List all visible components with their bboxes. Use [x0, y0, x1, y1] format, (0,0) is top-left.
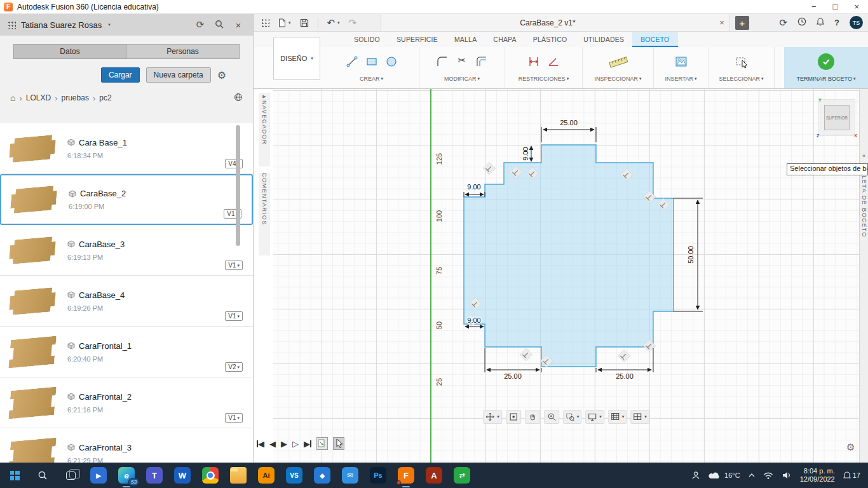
- canvas-settings-gear-icon[interactable]: ⚙: [846, 442, 855, 453]
- rectangle-tool-icon[interactable]: [365, 55, 379, 69]
- viewports-button[interactable]: ▾: [630, 410, 649, 424]
- tab-datos[interactable]: Datos: [13, 44, 126, 59]
- close-panel-icon[interactable]: ×: [231, 20, 245, 30]
- version-badge[interactable]: V1▾: [225, 413, 243, 423]
- tab-plastico[interactable]: PLÁSTICO: [525, 32, 576, 47]
- timeline-step-back-button[interactable]: ◀: [269, 439, 276, 449]
- workspace-selector[interactable]: DISEÑO▾: [273, 37, 320, 80]
- group-label-modificar[interactable]: MODIFICAR▾: [444, 76, 480, 82]
- close-tab-icon[interactable]: ×: [714, 18, 729, 27]
- circle-tool-icon[interactable]: [384, 55, 398, 69]
- constraint-icon[interactable]: [546, 55, 560, 69]
- taskbar-app-files[interactable]: [227, 465, 249, 485]
- document-tab[interactable]: CaraBase_2 v1* ×: [381, 14, 730, 31]
- minimize-button[interactable]: −: [811, 2, 817, 11]
- new-folder-button[interactable]: Nueva carpeta: [146, 67, 211, 83]
- tab-superficie[interactable]: SUPERFICIE: [388, 32, 446, 47]
- group-label-insertar[interactable]: INSERTAR▾: [665, 76, 696, 82]
- save-button[interactable]: [300, 18, 309, 27]
- maximize-button[interactable]: □: [833, 2, 838, 11]
- tab-solido[interactable]: SOLIDO: [346, 32, 388, 47]
- new-file-button[interactable]: ▾: [278, 18, 291, 27]
- measure-tool-icon[interactable]: [607, 55, 629, 69]
- group-label-seleccionar[interactable]: SELECCIONAR▾: [719, 76, 763, 82]
- taskbar-app-vscode[interactable]: VS: [283, 465, 305, 485]
- group-label-crear[interactable]: CREAR▾: [360, 76, 383, 82]
- scrollbar-thumb[interactable]: [236, 125, 240, 246]
- sketch-dimension-icon[interactable]: [527, 55, 541, 69]
- look-at-button[interactable]: [506, 410, 521, 424]
- search-icon[interactable]: [212, 20, 226, 30]
- taskbar-app-teams[interactable]: T: [144, 465, 165, 485]
- list-item[interactable]: CaraFrontal_2 6:21:16 PM V1▾: [0, 377, 253, 428]
- view-cube-face[interactable]: SUPERIOR: [824, 105, 850, 130]
- insert-image-icon[interactable]: [674, 55, 688, 69]
- app-launcher-icon[interactable]: [261, 18, 269, 27]
- people-icon[interactable]: [691, 471, 700, 480]
- select-tool-icon[interactable]: [735, 55, 749, 69]
- version-badge[interactable]: V2▾: [225, 362, 243, 372]
- task-view-icon[interactable]: [60, 465, 81, 485]
- constraint-glyph[interactable]: [618, 349, 630, 362]
- notification-center[interactable]: 17: [843, 471, 860, 480]
- taskbar-app-share[interactable]: ⇄: [451, 465, 473, 485]
- hidden-icons-chevron[interactable]: [749, 473, 755, 477]
- zoom-button[interactable]: [544, 410, 559, 424]
- tab-boceto[interactable]: BOCETO: [632, 32, 677, 47]
- grid-settings-button[interactable]: ▾: [608, 410, 627, 424]
- list-item-selected[interactable]: CaraBase_2 6:19:00 PM V1▾: [0, 174, 253, 225]
- gear-icon[interactable]: ⚙: [217, 69, 226, 81]
- version-badge[interactable]: V1▾: [225, 261, 243, 270]
- timeline-sketch-marker[interactable]: [333, 437, 344, 450]
- sync-status-icon[interactable]: ⟳: [779, 17, 787, 29]
- help-icon[interactable]: ?: [834, 18, 839, 27]
- orbit-button[interactable]: ▾: [483, 410, 502, 424]
- clock-date[interactable]: 8:04 p. m. 12/09/2022: [800, 467, 835, 484]
- group-label-inspeccionar[interactable]: INSPECCIONAR▾: [594, 76, 641, 82]
- user-avatar[interactable]: TS: [850, 16, 863, 29]
- group-label-restricciones[interactable]: RESTRICCIONES▾: [519, 76, 569, 82]
- weather-widget[interactable]: 16°C: [709, 471, 740, 479]
- tab-personas[interactable]: Personas: [126, 44, 240, 59]
- volume-icon[interactable]: [782, 471, 792, 479]
- job-status-icon[interactable]: [797, 17, 806, 28]
- constraint-glyph[interactable]: [483, 162, 496, 175]
- globe-icon[interactable]: [234, 93, 243, 104]
- list-item[interactable]: CaraFrontal_3 6:21:29 PM V3▾: [0, 428, 253, 463]
- timeline-end-button[interactable]: ▶: [304, 439, 311, 449]
- undo-button[interactable]: ↶▾: [327, 17, 340, 29]
- fillet-tool-icon[interactable]: [435, 55, 449, 69]
- user-menu[interactable]: Tatiana Suarez Rosas: [21, 20, 102, 30]
- timeline-begin-button[interactable]: ◀: [257, 439, 264, 449]
- pan-button[interactable]: [525, 410, 540, 424]
- close-button[interactable]: ×: [854, 2, 859, 11]
- app-grid-icon[interactable]: [8, 21, 16, 29]
- tab-utilidades[interactable]: UTILIDADES: [575, 32, 632, 47]
- view-cube[interactable]: SUPERIOR Y X Z: [818, 99, 855, 136]
- start-button[interactable]: [4, 465, 25, 485]
- comments-panel-tab[interactable]: COMENTARIOS: [259, 173, 270, 255]
- timeline-feature-marker[interactable]: [316, 437, 328, 450]
- list-item[interactable]: CaraBase_3 6:19:13 PM V1▾: [0, 225, 253, 276]
- line-tool-icon[interactable]: [345, 55, 359, 69]
- taskbar-app-photoshop[interactable]: Ps: [367, 465, 389, 485]
- version-badge[interactable]: V1▾: [225, 311, 243, 321]
- taskbar-app-mail[interactable]: ✉: [339, 465, 361, 485]
- trim-tool-icon[interactable]: ✂: [455, 55, 469, 69]
- taskbar-app-edge[interactable]: e53: [116, 465, 137, 485]
- timeline-play-button[interactable]: ▶: [281, 439, 287, 449]
- taskbar-app-media[interactable]: ▶: [88, 465, 109, 485]
- tab-chapa[interactable]: CHAPA: [485, 32, 524, 47]
- list-item[interactable]: CaraFrontal_1 6:20:40 PM V2▾: [0, 327, 253, 377]
- taskbar-app-photos[interactable]: ◆: [311, 465, 333, 485]
- sketch-profile[interactable]: [464, 145, 674, 367]
- taskbar-search-icon[interactable]: [32, 465, 53, 485]
- timeline-step-forward-button[interactable]: ▷: [292, 439, 299, 449]
- redo-button[interactable]: ↷: [349, 17, 357, 29]
- navigator-panel-tab[interactable]: ▶ NAVEGADOR: [259, 93, 270, 166]
- new-tab-button[interactable]: +: [735, 16, 749, 30]
- taskbar-app-chrome[interactable]: [200, 465, 221, 485]
- breadcrumb-folder[interactable]: pruebas: [62, 93, 89, 102]
- notifications-bell-icon[interactable]: [817, 18, 824, 28]
- breadcrumb-current[interactable]: pc2: [99, 93, 111, 102]
